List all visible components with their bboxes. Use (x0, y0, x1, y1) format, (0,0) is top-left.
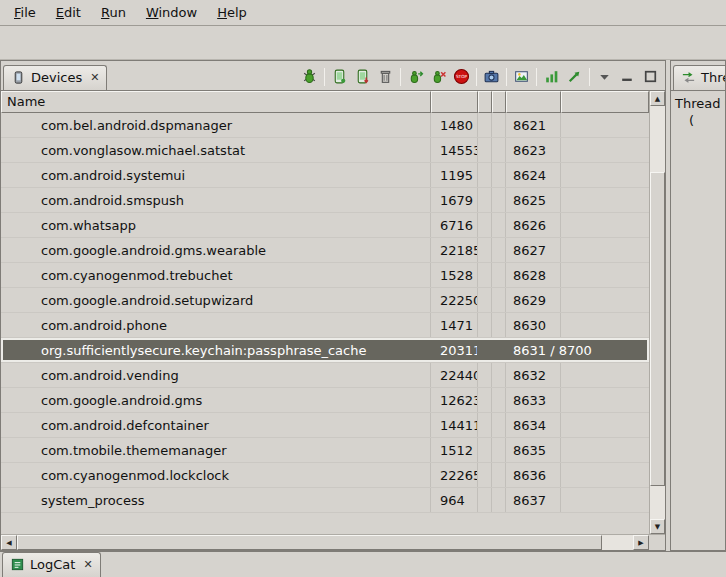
scroll-up-button[interactable]: ▲ (650, 91, 665, 106)
filler-cell (561, 163, 649, 187)
tab-threads[interactable]: Threads (673, 65, 726, 90)
table-row[interactable]: system_process9648637 (1, 488, 649, 513)
spacer-cell (478, 263, 492, 287)
view-menu-icon[interactable] (593, 65, 616, 88)
method-profiling-icon[interactable] (563, 65, 586, 88)
process-pid: 14411 (431, 413, 478, 437)
process-name: com.google.android.gms.wearable (1, 238, 431, 262)
spacer-cell (478, 163, 492, 187)
capture-video-icon[interactable] (510, 65, 533, 88)
process-port: 8636 (506, 463, 561, 487)
table-row[interactable]: com.google.android.setupwizard222508629 (1, 288, 649, 313)
horizontal-scroll-track[interactable] (17, 535, 633, 550)
process-port: 8628 (506, 263, 561, 287)
spacer-cell (492, 188, 506, 212)
process-pid: 22250 (431, 288, 478, 312)
vertical-scrollbar[interactable]: ▲ ▼ (649, 91, 665, 534)
table-row[interactable]: com.android.systemui11958624 (1, 163, 649, 188)
device-icon (11, 70, 26, 85)
table-row[interactable]: com.bel.android.dspmanager14808621 (1, 113, 649, 138)
filler-cell (561, 463, 649, 487)
threads-panel: Threads Thread up ( (670, 60, 726, 551)
close-icon[interactable]: ✕ (83, 558, 92, 571)
filler-cell (561, 388, 649, 412)
process-pid: 1480 (431, 113, 478, 137)
scroll-down-button[interactable]: ▼ (650, 519, 665, 534)
process-port: 8623 (506, 138, 561, 162)
spacer-cell (492, 213, 506, 237)
spacer-cell (478, 438, 492, 462)
column-header-spacer[interactable] (492, 91, 506, 113)
process-name: com.cyanogenmod.trebuchet (1, 263, 431, 287)
spacer-cell (478, 413, 492, 437)
table-row[interactable]: com.android.smspush16798625 (1, 188, 649, 213)
horizontal-scroll-thumb[interactable] (17, 535, 602, 550)
toolbar-strip (0, 26, 726, 60)
table-row[interactable]: com.android.vending224408632 (1, 363, 649, 388)
menu-help[interactable]: Help (207, 2, 257, 23)
process-name: com.google.android.gms (1, 388, 431, 412)
device-table-body: com.bel.android.dspmanager14808621com.vo… (1, 113, 649, 534)
filler-cell (561, 288, 649, 312)
vertical-scroll-thumb[interactable] (650, 172, 665, 486)
column-header-name[interactable]: Name (1, 91, 431, 113)
maximize-icon[interactable] (639, 65, 662, 88)
spacer-cell (478, 338, 492, 362)
stop-process-icon[interactable]: STOP (450, 65, 473, 88)
tab-devices[interactable]: Devices ✕ (3, 65, 107, 90)
process-port: 8626 (506, 213, 561, 237)
vertical-scroll-track[interactable] (650, 106, 665, 519)
process-port: 8629 (506, 288, 561, 312)
tab-logcat[interactable]: LogCat ✕ (2, 552, 101, 577)
spacer-cell (492, 288, 506, 312)
minimize-icon[interactable] (616, 65, 639, 88)
horizontal-scrollbar[interactable]: ◀ ▶ (1, 534, 665, 550)
process-name: com.vonglasow.michael.satstat (1, 138, 431, 162)
table-row[interactable]: com.whatsapp67168626 (1, 213, 649, 238)
table-row[interactable]: com.google.android.gms.wearable221858627 (1, 238, 649, 263)
scroll-left-button[interactable]: ◀ (1, 535, 17, 550)
table-header: Name (1, 91, 649, 113)
process-port: 8627 (506, 238, 561, 262)
update-heap-icon[interactable] (328, 65, 351, 88)
process-name: com.google.android.setupwizard (1, 288, 431, 312)
table-row[interactable]: com.android.defcontainer144118634 (1, 413, 649, 438)
table-row[interactable]: org.sufficientlysecure.keychain:passphra… (1, 338, 649, 363)
column-header-port[interactable] (506, 91, 561, 113)
menu-run[interactable]: Run (91, 2, 136, 23)
process-port: 8624 (506, 163, 561, 187)
screen-capture-icon[interactable] (480, 65, 503, 88)
table-row[interactable]: com.vonglasow.michael.satstat145538623 (1, 138, 649, 163)
menu-edit[interactable]: Edit (46, 2, 91, 23)
heap-stats-icon[interactable] (540, 65, 563, 88)
devices-tabbar: Devices ✕ (1, 61, 665, 91)
spacer-cell (492, 238, 506, 262)
scroll-right-button[interactable]: ▶ (633, 535, 649, 550)
table-row[interactable]: com.tmobile.thememanager15128635 (1, 438, 649, 463)
spacer-cell (492, 413, 506, 437)
spacer-cell (478, 138, 492, 162)
spacer-cell (492, 163, 506, 187)
close-icon[interactable]: ✕ (90, 71, 99, 84)
svg-text:STOP: STOP (456, 74, 468, 79)
dump-hprof-icon[interactable] (351, 65, 374, 88)
menu-window[interactable]: Window (136, 2, 207, 23)
table-row[interactable]: com.cyanogenmod.lockclock222658636 (1, 463, 649, 488)
ddms-window: File Edit Run Window Help Devices ✕ (0, 0, 726, 577)
table-row[interactable]: com.android.phone14718630 (1, 313, 649, 338)
column-header-pid[interactable] (431, 91, 478, 113)
start-profiling-icon[interactable] (427, 65, 450, 88)
debug-process-icon[interactable] (298, 65, 321, 88)
table-row[interactable]: com.google.android.gms126238633 (1, 388, 649, 413)
column-header-spacer[interactable] (478, 91, 492, 113)
table-row[interactable]: com.cyanogenmod.trebuchet15288628 (1, 263, 649, 288)
process-port: 8632 (506, 363, 561, 387)
update-threads-icon[interactable] (404, 65, 427, 88)
filler-cell (561, 113, 649, 137)
toolbar-separator (400, 68, 401, 86)
spacer-cell (478, 463, 492, 487)
threads-message-line1: Thread up (675, 95, 721, 112)
menu-file[interactable]: File (4, 2, 46, 23)
cause-gc-icon[interactable] (374, 65, 397, 88)
spacer-cell (492, 363, 506, 387)
